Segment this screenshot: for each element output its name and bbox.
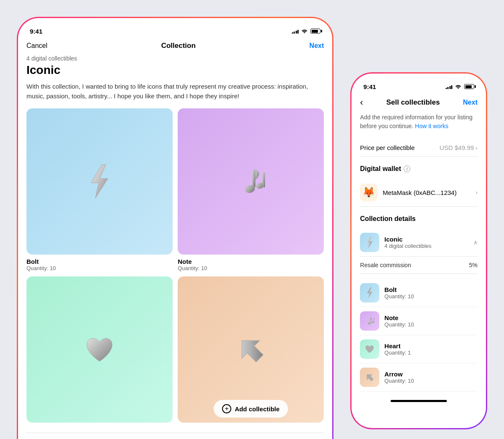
collection-subtitle: 4 digital collectibles: [26, 55, 324, 62]
add-collectible-button[interactable]: + Add collectible: [214, 400, 288, 418]
note-icon: [178, 108, 324, 255]
arrow-item-qty: Quantity: 10: [384, 378, 478, 384]
collectible-note[interactable]: Note Quantity: 10: [178, 108, 324, 271]
battery-icon-right: [464, 84, 474, 89]
item-heart[interactable]: Heart Quantity: 1: [360, 335, 478, 363]
status-icons-left: [292, 28, 321, 34]
home-indicator-right: [391, 400, 447, 402]
svg-marker-7: [367, 287, 373, 298]
nav-title-right: Sell collectibles: [386, 98, 440, 107]
status-bar-right: 9:41: [352, 74, 486, 94]
svg-rect-4: [262, 172, 265, 187]
wifi-icon: [301, 28, 308, 34]
left-content: 4 digital collectibles Iconic With this …: [18, 55, 332, 439]
svg-marker-6: [367, 237, 373, 248]
bolt-item-name: Bolt: [384, 286, 478, 293]
note-item-name: Note: [384, 314, 478, 321]
divider-1: [26, 433, 324, 433]
svg-marker-12: [364, 372, 375, 383]
collection-detail-name: Iconic: [384, 236, 468, 243]
collection-title: Iconic: [26, 63, 324, 77]
arrow-thumb-right: [360, 368, 379, 387]
collectibles-grid: Bolt Quantity: 10: [26, 108, 324, 426]
item-bolt[interactable]: Bolt Quantity: 10: [360, 279, 478, 307]
right-content: Add the required information for your li…: [352, 113, 486, 392]
wallet-row[interactable]: 🦊 MetaMask (0xABC...1234) ›: [360, 179, 478, 207]
heart-thumb-right: [360, 339, 379, 359]
arrow-item-name: Arrow: [384, 371, 478, 378]
bolt-thumbnail: [26, 108, 173, 255]
item-arrow[interactable]: Arrow Quantity: 10: [360, 363, 478, 392]
cancel-button[interactable]: Cancel: [26, 42, 47, 50]
wifi-icon-right: [455, 84, 462, 90]
collection-section-title: Collection details: [360, 215, 478, 223]
svg-rect-1: [252, 170, 255, 187]
plus-icon: +: [222, 404, 231, 413]
left-phone: 9:41: [17, 17, 333, 439]
chevron-right-wallet: ›: [475, 189, 478, 196]
add-collectible-label: Add collectible: [235, 405, 280, 413]
wallet-section-header: Digital wallet i: [360, 165, 478, 173]
resale-commission-value: 5%: [469, 262, 478, 268]
status-bar-left: 9:41: [18, 18, 332, 38]
bolt-item-qty: Quantity: 10: [384, 293, 478, 300]
chevron-right-price: ›: [475, 145, 478, 151]
note-name: Note: [178, 258, 324, 265]
heart-icon: [26, 276, 173, 423]
collectible-heart[interactable]: [26, 276, 173, 426]
info-text: Add the required information for your li…: [360, 113, 478, 131]
arrow-info-right: Arrow Quantity: 10: [384, 371, 478, 384]
collection-detail-info: Iconic 4 digital collectibles: [384, 236, 468, 249]
signal-icon-right: [446, 84, 453, 89]
note-thumb-right: [360, 311, 379, 331]
price-row[interactable]: Price per collectible USD $49.99 ›: [360, 139, 478, 157]
price-amount: USD $49.99: [440, 144, 474, 151]
bolt-thumb-right: [360, 283, 379, 302]
note-item-qty: Quantity: 10: [384, 321, 478, 328]
back-button[interactable]: ‹: [360, 97, 363, 108]
item-note[interactable]: Note Quantity: 10: [360, 307, 478, 335]
heart-thumbnail: [26, 276, 173, 423]
heart-item-name: Heart: [384, 342, 478, 350]
note-info-right: Note Quantity: 10: [384, 314, 478, 328]
resale-commission-label: Resale commission: [360, 262, 411, 268]
signal-icon: [292, 29, 299, 34]
status-icons-right: [446, 84, 475, 90]
next-button-right[interactable]: Next: [463, 99, 478, 106]
bolt-icon: [26, 108, 173, 255]
time-right: 9:41: [363, 83, 376, 90]
nav-bar-left: Cancel Collection Next: [18, 38, 332, 55]
time-left: 9:41: [30, 28, 42, 35]
resale-commission-row: Resale commission 5%: [360, 256, 478, 274]
collectible-bolt[interactable]: Bolt Quantity: 10: [26, 108, 173, 271]
arrow-thumbnail: + Add collectible: [178, 276, 324, 423]
nav-title-left: Collection: [161, 42, 196, 50]
svg-marker-5: [234, 333, 268, 366]
heart-item-qty: Quantity: 1: [384, 350, 478, 356]
price-label: Price per collectible: [360, 144, 415, 151]
bolt-qty: Quantity: 10: [26, 265, 173, 271]
collection-description: With this collection, I wanted to bring …: [26, 82, 324, 101]
nav-bar-right: ‹ Sell collectibles Next: [352, 94, 486, 113]
bolt-info-right: Bolt Quantity: 10: [384, 286, 478, 300]
collectible-arrow[interactable]: + Add collectible: [178, 276, 324, 426]
next-button-left[interactable]: Next: [310, 42, 324, 50]
how-it-works-link[interactable]: How it works: [415, 123, 448, 129]
metamask-icon: 🦊: [360, 184, 378, 201]
wallet-name: MetaMask (0xABC...1234): [383, 189, 475, 196]
collection-thumb: [360, 233, 379, 252]
heart-info-right: Heart Quantity: 1: [384, 342, 478, 356]
note-thumbnail: [178, 108, 324, 255]
right-phone: 9:41: [350, 72, 487, 429]
svg-rect-11: [373, 318, 374, 323]
battery-icon: [310, 29, 320, 34]
chevron-up-icon: ∧: [473, 239, 478, 246]
info-icon[interactable]: i: [404, 166, 410, 172]
bolt-name: Bolt: [26, 258, 173, 265]
collection-detail-count: 4 digital collectibles: [384, 243, 468, 249]
note-qty: Quantity: 10: [178, 265, 324, 271]
svg-rect-8: [370, 317, 371, 323]
collection-header-row[interactable]: Iconic 4 digital collectibles ∧: [360, 229, 478, 256]
wallet-section-title: Digital wallet: [360, 165, 401, 173]
price-value: USD $49.99 ›: [440, 144, 478, 151]
